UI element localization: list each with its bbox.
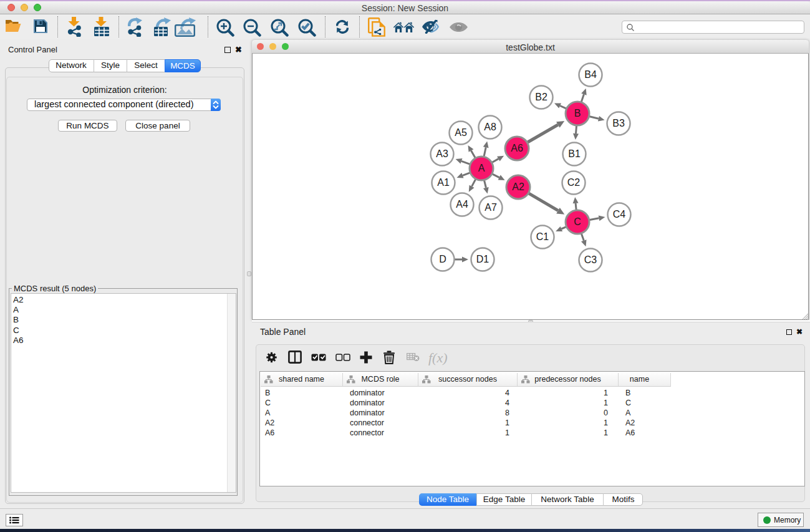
svg-text:B2: B2 — [535, 92, 547, 102]
svg-text:B4: B4 — [584, 69, 597, 80]
svg-text:D1: D1 — [476, 254, 489, 264]
svg-text:C3: C3 — [584, 254, 597, 265]
svg-text:A7: A7 — [485, 202, 497, 213]
svg-text:D: D — [439, 254, 446, 264]
svg-text:A8: A8 — [484, 122, 496, 132]
svg-text:C4: C4 — [613, 209, 626, 220]
svg-text:A: A — [478, 163, 485, 173]
svg-text:A6: A6 — [511, 143, 523, 153]
svg-text:B: B — [574, 108, 581, 118]
svg-text:A5: A5 — [455, 127, 467, 138]
svg-text:C1: C1 — [536, 231, 549, 242]
svg-text:C: C — [574, 216, 581, 227]
svg-text:A2: A2 — [512, 181, 524, 192]
svg-text:A4: A4 — [456, 199, 468, 210]
svg-text:A3: A3 — [436, 148, 448, 159]
svg-text:C2: C2 — [567, 177, 581, 188]
svg-text:B1: B1 — [568, 148, 581, 159]
svg-text:B3: B3 — [612, 118, 625, 128]
svg-text:A1: A1 — [437, 177, 450, 188]
